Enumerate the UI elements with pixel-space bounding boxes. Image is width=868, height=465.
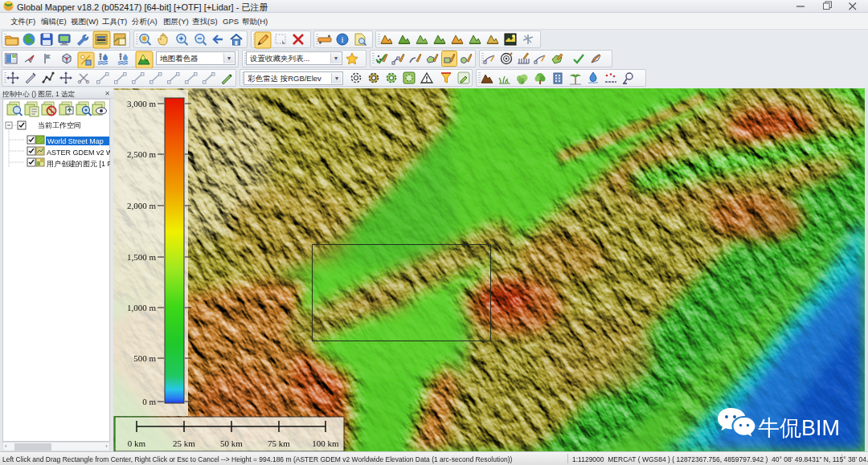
svg-text:World Street Map: World Street Map bbox=[47, 137, 104, 145]
svg-text:2,000 m: 2,000 m bbox=[127, 201, 157, 210]
svg-text:1,500 m: 1,500 m bbox=[127, 252, 157, 262]
svg-text:当前工作空间: 当前工作空间 bbox=[38, 121, 81, 129]
svg-text:3,000 m: 3,000 m bbox=[127, 99, 157, 108]
svg-text:2,500 m: 2,500 m bbox=[127, 149, 157, 159]
svg-text:75 km: 75 km bbox=[268, 438, 290, 448]
svg-text:牛侃BIM: 牛侃BIM bbox=[758, 416, 840, 440]
svg-text:500 m: 500 m bbox=[133, 353, 156, 363]
svg-text:0 km: 0 km bbox=[128, 438, 146, 448]
svg-text:100 km: 100 km bbox=[312, 438, 339, 448]
svg-text:1,000 m: 1,000 m bbox=[127, 303, 157, 312]
svg-text:用户创建的图元 [1 Fea: 用户创建的图元 [1 Fea bbox=[47, 160, 110, 168]
svg-text:i: i bbox=[341, 35, 343, 44]
svg-text:25 km: 25 km bbox=[173, 438, 195, 448]
svg-text:50 km: 50 km bbox=[220, 438, 243, 448]
svg-text:ASTER GDEM v2 Wor: ASTER GDEM v2 Wor bbox=[47, 149, 110, 157]
svg-text:0 m: 0 m bbox=[142, 397, 156, 406]
